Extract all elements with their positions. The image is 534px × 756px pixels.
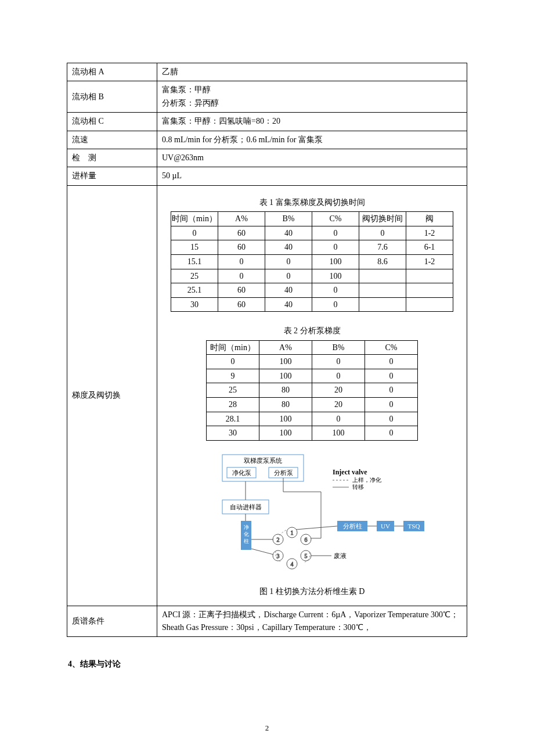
fig-waste: 废液 <box>334 552 347 559</box>
t1-h-b: B% <box>265 212 312 226</box>
t1-h-vtime: 阀切换时间 <box>359 212 406 226</box>
table1-cell <box>406 269 453 283</box>
page-number: 2 <box>0 723 534 733</box>
table2-cell: 100 <box>259 412 312 426</box>
table1-cell: 0 <box>265 254 312 269</box>
table1-cell: 25.1 <box>171 283 218 298</box>
fig-tsq: TSQ <box>407 523 420 530</box>
table2-cell: 0 <box>312 355 365 369</box>
table2-cell: 100 <box>259 426 312 441</box>
table1-row: 2500100 <box>171 269 453 283</box>
results-heading: 4、结果与讨论 <box>68 659 467 669</box>
mobile-b-line2: 分析泵：异丙醇 <box>162 99 219 107</box>
fig-analyze-col: 分析柱 <box>342 523 362 530</box>
table2-row: 010000 <box>207 355 418 369</box>
t2-h-b: B% <box>312 340 365 355</box>
table2-cell: 0 <box>365 369 418 383</box>
table1-cell: 100 <box>312 269 359 283</box>
table2-row: 2880200 <box>207 398 418 412</box>
row-flow: 流速 0.8 mL/min for 分析泵；0.6 mL/min for 富集泵 <box>67 131 467 149</box>
svg-text:柱: 柱 <box>243 538 248 544</box>
label-inject: 进样量 <box>67 167 157 185</box>
t1-h-c: C% <box>312 212 359 226</box>
table2-cell: 9 <box>207 369 259 383</box>
table1: 时间（min） A% B% C% 阀切换时间 阀 06040001-215604… <box>171 211 453 312</box>
table1-row: 3060400 <box>171 297 453 312</box>
table2-cell: 28 <box>207 398 259 412</box>
table1-cell: 6-1 <box>406 240 453 255</box>
row-inject: 进样量 50 µL <box>67 167 467 185</box>
figure1-caption: 图 1 柱切换方法分析维生素 D <box>162 585 462 598</box>
table1-cell: 40 <box>265 283 312 298</box>
table2-cell: 80 <box>259 398 312 412</box>
table2-row: 28.110000 <box>207 412 418 426</box>
table2-cell: 20 <box>312 383 365 398</box>
table1-cell: 30 <box>171 297 218 312</box>
table2-cell: 0 <box>207 355 259 369</box>
svg-text:6: 6 <box>304 537 307 543</box>
value-flow: 0.8 mL/min for 分析泵；0.6 mL/min for 富集泵 <box>157 131 467 149</box>
row-detect: 检 测 UV@263nm <box>67 149 467 167</box>
t2-h-time: 时间（min） <box>207 340 259 355</box>
label-mobile-a: 流动相 A <box>67 63 157 81</box>
table1-cell <box>359 269 406 283</box>
table1-cell: 60 <box>218 297 265 312</box>
table1-row: 25.160400 <box>171 283 453 298</box>
table1-cell <box>406 283 453 298</box>
table2-cell: 20 <box>312 398 365 412</box>
label-mobile-b: 流动相 B <box>67 81 157 113</box>
table1-cell: 0 <box>218 269 265 283</box>
svg-line-35 <box>296 526 337 530</box>
value-mobile-a: 乙腈 <box>157 63 467 81</box>
table2-title: 表 2 分析泵梯度 <box>162 325 462 337</box>
table1-cell: 40 <box>265 297 312 312</box>
table1-cell: 0 <box>218 254 265 269</box>
fig-legend-dash: 上样，净化 <box>352 477 381 483</box>
table1-cell: 0 <box>312 283 359 298</box>
value-mobile-c: 富集泵：甲醇：四氢呋喃=80：20 <box>157 113 467 131</box>
table1-cell: 25 <box>171 269 218 283</box>
table1-cell: 0 <box>359 226 406 240</box>
table2-cell: 30 <box>207 426 259 441</box>
table2-cell: 0 <box>365 412 418 426</box>
svg-text:4: 4 <box>290 561 293 567</box>
value-detect: UV@263nm <box>157 149 467 167</box>
label-gradient: 梯度及阀切换 <box>67 185 157 606</box>
table2-cell: 100 <box>259 355 312 369</box>
fig-uv: UV <box>381 523 390 530</box>
label-flow: 流速 <box>67 131 157 149</box>
svg-line-30 <box>251 549 273 555</box>
table2-cell: 100 <box>312 426 365 441</box>
table1-cell <box>406 297 453 312</box>
table1-cell: 60 <box>218 240 265 255</box>
table2-row: 2580200 <box>207 383 418 398</box>
t1-h-a: A% <box>218 212 265 226</box>
table1-cell: 0 <box>265 269 312 283</box>
value-mobile-b: 富集泵：甲醇 分析泵：异丙醇 <box>157 81 467 113</box>
t2-h-a: A% <box>259 340 312 355</box>
table1-cell: 0 <box>312 226 359 240</box>
value-inject: 50 µL <box>157 167 467 185</box>
table2: 时间（min） A% B% C% 01000091000025802002880… <box>206 340 418 441</box>
mobile-b-line1: 富集泵：甲醇 <box>162 85 211 94</box>
row-mobile-b: 流动相 B 富集泵：甲醇 分析泵：异丙醇 <box>67 81 467 113</box>
figure1-svg: 双梯度泵系统 净化泵 分析泵 自动进样器 Inject valve 上样，净化 <box>187 451 437 579</box>
svg-text:1: 1 <box>290 530 293 536</box>
fig-autosampler: 自动进样器 <box>229 503 261 510</box>
table2-cell: 0 <box>312 369 365 383</box>
fig-dual-pump: 双梯度泵系统 <box>244 457 282 464</box>
row-mobile-c: 流动相 C 富集泵：甲醇：四氢呋喃=80：20 <box>67 113 467 131</box>
table2-row: 301001000 <box>207 426 418 441</box>
table1-cell: 1-2 <box>406 226 453 240</box>
table2-row: 910000 <box>207 369 418 383</box>
label-detect: 检 测 <box>67 149 157 167</box>
t2-h-c: C% <box>365 340 418 355</box>
table1-cell: 60 <box>218 283 265 298</box>
label-ms: 质谱条件 <box>67 606 157 637</box>
table1-row: 15.1001008.61-2 <box>171 254 453 269</box>
svg-text:净: 净 <box>243 524 248 530</box>
table1-cell: 60 <box>218 226 265 240</box>
fig-analyze-pump: 分析泵 <box>273 469 293 476</box>
table1-cell: 15.1 <box>171 254 218 269</box>
table2-cell: 0 <box>365 355 418 369</box>
